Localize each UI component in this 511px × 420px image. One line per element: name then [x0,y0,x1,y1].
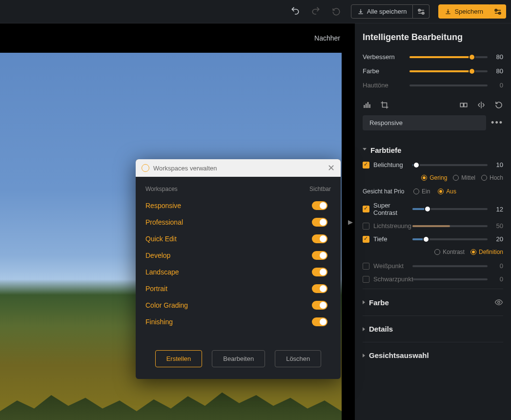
radio-definition[interactable]: Definition [470,249,503,255]
svg-point-10 [498,301,500,304]
workspace-list[interactable]: ResponsiveProfessionalQuick EditDevelopL… [145,197,331,338]
checkbox[interactable] [363,223,369,230]
radio-hoch[interactable]: Hoch [481,174,503,181]
save-group: Speichern [438,4,506,19]
workspace-name: Finishing [145,318,173,326]
radio-ein[interactable]: Ein [413,188,430,195]
workspace-name: Portrait [145,285,167,293]
workspace-row[interactable]: Professional [145,214,327,231]
modal-titlebar: Workspaces verwalten ✕ [136,159,341,177]
row-lichtstreuung[interactable]: Lichtstreuung 50 [363,222,503,230]
workspaces-modal: Workspaces verwalten ✕ WorkspacesSichtba… [136,159,341,379]
close-icon[interactable]: ✕ [327,163,335,173]
histogram-icon[interactable] [363,101,371,109]
modal-app-icon [142,164,149,172]
slider-value: 80 [491,67,503,75]
edit-button[interactable]: Bearbeiten [212,350,265,367]
checkbox[interactable] [363,236,369,243]
visibility-toggle[interactable] [312,234,327,243]
save-button[interactable]: Speichern [438,4,490,19]
workspace-row[interactable]: Landscape [145,264,327,280]
svg-rect-5 [366,104,367,108]
svg-rect-4 [364,105,365,108]
undo-button[interactable] [289,6,301,18]
save-all-options[interactable] [413,4,429,19]
rotate-icon[interactable] [494,101,503,109]
col-workspaces: Workspaces [145,186,178,192]
visibility-toggle[interactable] [312,268,327,276]
radio-mittel[interactable]: Mittel [453,174,475,181]
row-belichtung[interactable]: Belichtung 10 [363,161,503,168]
workspace-row[interactable]: Develop [145,247,327,264]
row-super-contrast[interactable]: Super Contrast 12 [363,202,503,216]
save-all-label: Alle speichern [367,8,407,15]
workspace-row[interactable]: Portrait [145,280,327,297]
workspace-row[interactable]: Responsive [145,197,327,214]
checkbox[interactable] [363,162,369,168]
visibility-toggle[interactable] [312,201,327,210]
save-label: Speichern [454,8,483,15]
visibility-toggle[interactable] [312,317,327,326]
top-toolbar: Alle speichern Speichern [0,0,511,23]
expand-sidebar-arrow[interactable]: ▶ [348,218,353,226]
workspace-name: Quick Edit [145,235,177,243]
modal-title: Workspaces verwalten [153,165,217,172]
row-tiefe[interactable]: Tiefe 20 [363,235,503,243]
save-options[interactable] [490,4,506,19]
face-prio-label: Gesicht hat Prio [363,188,406,195]
section-farbe[interactable]: Farbe [363,291,503,314]
workspace-row[interactable]: Color Grading [145,297,327,314]
svg-rect-6 [368,102,368,108]
radio-aus[interactable]: Aus [438,188,456,195]
visibility-toggle[interactable] [312,284,327,293]
delete-button[interactable]: Löschen [275,350,321,367]
section-details[interactable]: Details [363,318,503,340]
slider-label: Hauttöne [363,82,406,89]
section-farbtiefe[interactable]: Farbtiefe [363,139,503,161]
visibility-toggle[interactable] [312,301,327,310]
slider-farbe[interactable]: Farbe 80 [363,67,503,75]
reset-button[interactable] [330,6,342,18]
compare-icon[interactable] [459,101,468,109]
slider-hauttoene[interactable]: Hauttöne 0 [363,82,503,89]
svg-rect-7 [369,105,370,108]
checkbox[interactable] [363,263,369,270]
visibility-toggle[interactable] [312,251,327,260]
svg-rect-9 [464,103,467,107]
workspace-name: Color Grading [145,301,188,309]
compare-label: Nachher [314,34,340,42]
radio-kontrast[interactable]: Kontrast [434,249,465,255]
workspace-row[interactable]: Finishing [145,314,327,330]
workspace-name: Develop [145,252,170,259]
row-weisspunkt[interactable]: Weißpunkt 0 [363,262,503,270]
checkbox[interactable] [363,276,369,283]
checkbox[interactable] [363,206,369,212]
save-all-button[interactable]: Alle speichern [351,4,413,19]
redo-button[interactable] [310,6,322,18]
workspace-selector[interactable]: Responsive [363,115,486,130]
workspace-more-icon[interactable]: ••• [491,118,503,128]
slider-label: Verbessern [363,53,406,61]
workspace-name: Landscape [145,268,179,276]
right-sidebar: Intelligente Bearbeitung Verbessern 80 F… [355,23,511,420]
section-gesichtsauswahl[interactable]: Gesichtsauswahl [363,344,503,366]
slider-verbessern[interactable]: Verbessern 80 [363,53,503,61]
canvas-area: Nachher ▶ Workspaces verwalten ✕ Workspa… [0,23,355,420]
slider-value: 0 [491,82,503,89]
radio-gering[interactable]: Gering [421,174,447,181]
create-button[interactable]: Erstellen [155,350,203,367]
col-visible: Sichtbar [309,186,331,192]
workspace-name: Responsive [145,202,181,210]
row-schwarzpunkt[interactable]: Schwarzpunkt 0 [363,275,503,283]
crop-icon[interactable] [380,101,389,109]
svg-rect-8 [460,103,463,107]
panel-title: Intelligente Bearbeitung [363,32,503,42]
slider-value: 80 [491,53,503,61]
workspace-row[interactable]: Quick Edit [145,231,327,247]
mirror-icon[interactable] [477,101,486,109]
workspace-name: Professional [145,218,183,226]
save-all-group: Alle speichern [351,4,430,19]
slider-label: Farbe [363,67,406,75]
visibility-toggle[interactable] [312,218,327,227]
